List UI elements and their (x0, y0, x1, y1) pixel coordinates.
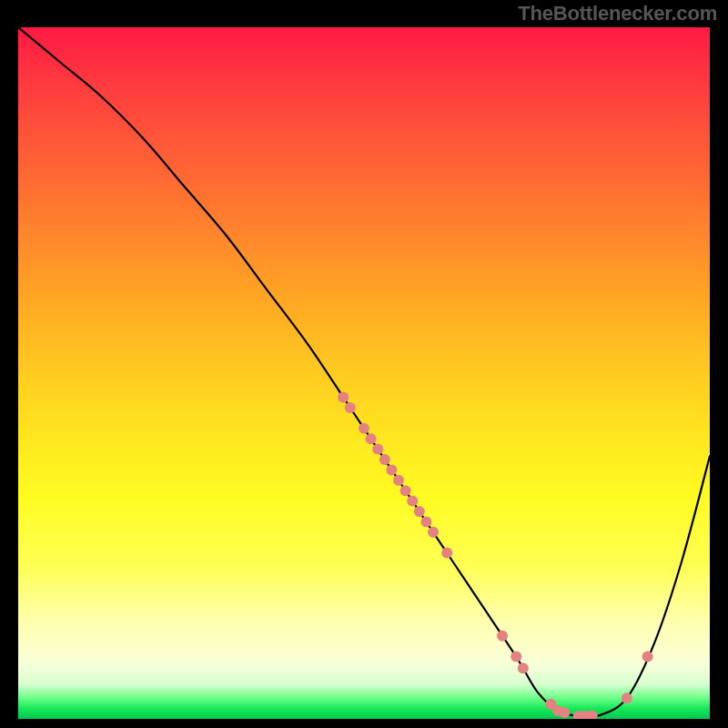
data-marker (400, 485, 411, 496)
data-marker (642, 652, 653, 662)
data-marker (420, 516, 431, 527)
data-marker (359, 423, 369, 434)
data-marker (622, 693, 632, 703)
chart-frame: TheBottlenecker.com (0, 0, 728, 728)
data-marker (345, 402, 356, 413)
data-marker (338, 392, 349, 403)
watermark-label: TheBottlenecker.com (518, 2, 717, 25)
data-marker (511, 652, 521, 662)
data-marker (386, 464, 397, 475)
data-marker (559, 707, 570, 718)
data-marker (518, 662, 529, 673)
data-marker (393, 475, 404, 486)
data-marker (407, 496, 418, 507)
data-marker (379, 454, 390, 465)
data-marker (441, 548, 452, 559)
bottleneck-curve (18, 27, 710, 717)
data-marker (372, 444, 383, 455)
data-marker (497, 631, 508, 642)
data-marker (428, 527, 439, 538)
chart-svg (18, 27, 710, 719)
data-marker (414, 506, 425, 517)
data-markers (338, 392, 652, 719)
data-marker (366, 433, 377, 444)
